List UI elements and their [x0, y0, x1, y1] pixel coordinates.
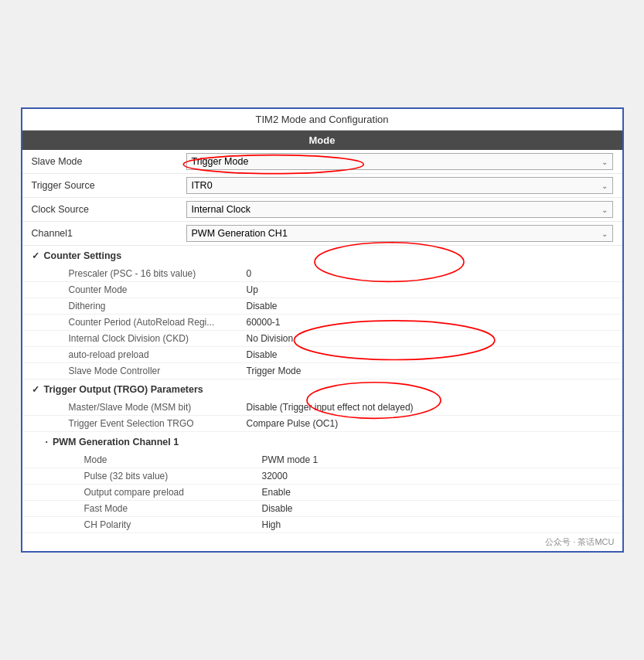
dithering-label: Dithering — [69, 301, 247, 311]
counter-mode-value: Up — [247, 284, 258, 295]
slave-mode-row: Slave Mode Trigger Mode ⌄ — [22, 150, 622, 174]
chevron-icon: ⌄ — [601, 158, 608, 166]
output-compare-value: Enable — [262, 487, 291, 498]
auto-reload-row: auto-reload preload Disable — [22, 347, 622, 363]
trigger-event-label: Trigger Event Selection TRGO — [69, 418, 247, 429]
counter-period-value: 60000-1 — [247, 317, 281, 328]
slave-mode-ctrl-row: Slave Mode Controller Trigger Mode — [22, 363, 622, 379]
dithering-row: Dithering Disable — [22, 298, 622, 315]
pwm-mode-value: PWM mode 1 — [262, 454, 319, 465]
trigger-event-value: Compare Pulse (OC1) — [247, 418, 339, 429]
chevron-icon: ⌄ — [601, 230, 608, 238]
trigger-source-value: ITR0 — [192, 180, 213, 191]
slave-mode-label: Slave Mode — [32, 156, 186, 167]
clock-division-row: Internal Clock Division (CKD) No Divisio… — [22, 331, 622, 347]
trigger-output-label: Trigger Output (TRGO) Parameters — [44, 384, 203, 395]
counter-mode-label: Counter Mode — [69, 284, 247, 295]
msm-row: Master/Slave Mode (MSM bit) Disable (Tri… — [22, 400, 622, 416]
trigger-event-row: Trigger Event Selection TRGO Compare Pul… — [22, 416, 622, 432]
slave-mode-value: Trigger Mode — [192, 156, 249, 167]
fast-mode-value: Disable — [262, 503, 293, 514]
pwm-mode-row: Mode PWM mode 1 — [22, 452, 622, 468]
clock-source-value: Internal Clock — [192, 204, 250, 215]
slave-mode-ctrl-value: Trigger Mode — [247, 366, 302, 376]
check-icon: ✓ — [32, 250, 39, 261]
slave-mode-ctrl-label: Slave Mode Controller — [69, 366, 247, 376]
counter-mode-row: Counter Mode Up — [22, 282, 622, 298]
pwm-channel-label: PWM Generation Channel 1 — [53, 437, 179, 447]
slave-mode-select[interactable]: Trigger Mode ⌄ — [186, 153, 613, 170]
trigger-source-label: Trigger Source — [32, 180, 186, 191]
channel1-value: PWM Generation CH1 — [192, 228, 288, 239]
pulse-value: 32000 — [262, 471, 288, 481]
counter-period-label: Counter Period (AutoReload Regi... — [69, 317, 247, 328]
prescaler-label: Prescaler (PSC - 16 bits value) — [69, 268, 247, 279]
prescaler-value: 0 — [247, 268, 252, 279]
clock-source-select[interactable]: Internal Clock ⌄ — [186, 201, 613, 218]
output-compare-row: Output compare preload Enable — [22, 485, 622, 501]
ch-polarity-value: High — [262, 519, 281, 530]
chevron-icon: ⌄ — [601, 206, 608, 214]
bullet-icon: · — [46, 437, 48, 447]
fast-mode-row: Fast Mode Disable — [22, 501, 622, 517]
panel-title: TIM2 Mode and Configuration — [22, 109, 622, 131]
auto-reload-label: auto-reload preload — [69, 349, 247, 360]
check-icon: ✓ — [32, 384, 39, 395]
auto-reload-value: Disable — [247, 349, 278, 360]
pwm-mode-label: Mode — [84, 454, 262, 465]
ch-polarity-row: CH Polarity High — [22, 517, 622, 533]
trigger-source-select[interactable]: ITR0 ⌄ — [186, 177, 613, 194]
counter-settings-header: ✓ Counter Settings — [22, 246, 622, 266]
clock-source-row: Clock Source Internal Clock ⌄ — [22, 198, 622, 222]
watermark: 公众号 · 茶话MCU — [22, 533, 622, 551]
clock-division-value: No Division — [247, 333, 294, 344]
pulse-label: Pulse (32 bits value) — [84, 471, 262, 481]
pulse-row: Pulse (32 bits value) 32000 — [22, 468, 622, 485]
msm-value: Disable (Trigger input effect not delaye… — [247, 402, 414, 413]
trigger-source-row: Trigger Source ITR0 ⌄ — [22, 174, 622, 198]
main-panel: TIM2 Mode and Configuration Mode Slave M… — [21, 107, 624, 553]
output-compare-label: Output compare preload — [84, 487, 262, 498]
counter-period-row: Counter Period (AutoReload Regi... 60000… — [22, 315, 622, 331]
channel1-select[interactable]: PWM Generation CH1 ⌄ — [186, 225, 613, 242]
trigger-output-header: ✓ Trigger Output (TRGO) Parameters — [22, 379, 622, 400]
mode-section-header: Mode — [22, 131, 622, 150]
main-content: Slave Mode Trigger Mode ⌄ Trigger Source… — [22, 150, 622, 551]
clock-division-label: Internal Clock Division (CKD) — [69, 333, 247, 344]
pwm-channel-header: · PWM Generation Channel 1 — [22, 432, 622, 452]
channel1-label: Channel1 — [32, 228, 186, 239]
msm-label: Master/Slave Mode (MSM bit) — [69, 402, 247, 413]
dithering-value: Disable — [247, 301, 278, 311]
chevron-icon: ⌄ — [601, 182, 608, 190]
channel1-row: Channel1 PWM Generation CH1 ⌄ — [22, 222, 622, 246]
counter-settings-label: Counter Settings — [44, 250, 122, 261]
clock-source-label: Clock Source — [32, 204, 186, 215]
prescaler-row: Prescaler (PSC - 16 bits value) 0 — [22, 266, 622, 282]
ch-polarity-label: CH Polarity — [84, 519, 262, 530]
fast-mode-label: Fast Mode — [84, 503, 262, 514]
